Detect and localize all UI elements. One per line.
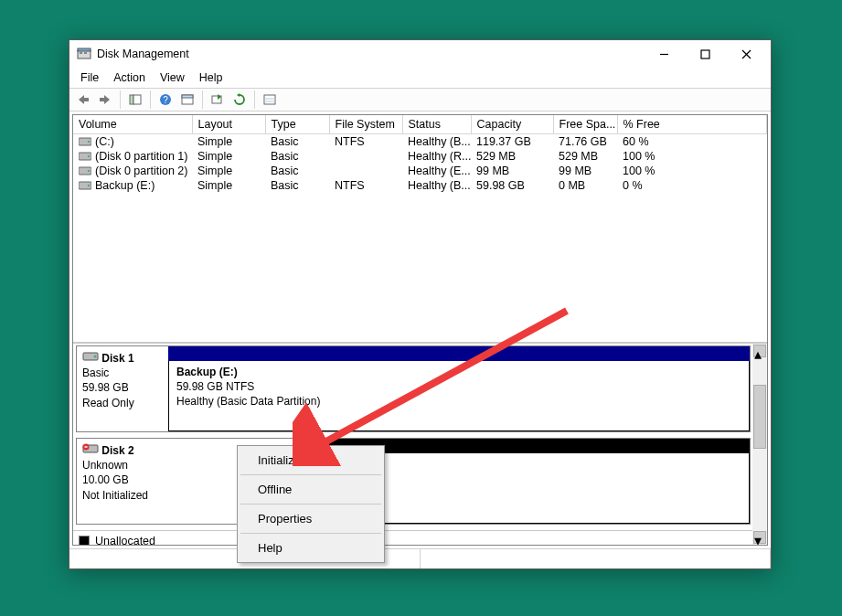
col-layout[interactable]: Layout — [192, 115, 265, 134]
svg-rect-3 — [84, 52, 87, 54]
menu-help[interactable]: Help — [192, 69, 230, 86]
table-row[interactable]: (Disk 0 partition 1)SimpleBasicHealthy (… — [73, 149, 767, 164]
table-row[interactable]: (Disk 0 partition 2)SimpleBasicHealthy (… — [73, 164, 767, 178]
vol-fs: NTFS — [329, 134, 402, 150]
volume-list-pane[interactable]: Volume Layout Type File System Status Ca… — [73, 115, 767, 344]
svg-rect-17 — [264, 95, 275, 104]
vol-name: (C:) — [95, 135, 114, 148]
drive-icon — [79, 152, 91, 162]
back-button[interactable] — [73, 90, 93, 110]
vol-fs: NTFS — [329, 178, 402, 193]
vol-pct: 100 % — [617, 164, 767, 178]
disk-icon — [82, 352, 99, 365]
drive-icon — [79, 166, 91, 176]
disk-1-partition-backup[interactable]: Backup (E:) 59.98 GB NTFS Healthy (Basic… — [168, 361, 750, 431]
show-hide-console-tree-button[interactable] — [125, 90, 145, 110]
col-filesystem[interactable]: File System — [329, 115, 402, 134]
vol-type: Basic — [265, 149, 329, 164]
table-row[interactable]: (C:)SimpleBasicNTFSHealthy (B...119.37 G… — [73, 134, 767, 150]
col-status[interactable]: Status — [402, 115, 471, 134]
vol-capacity: 59.98 GB — [471, 178, 553, 193]
window-controls — [644, 41, 767, 67]
vol-pct: 100 % — [617, 149, 767, 164]
vol-free: 529 MB — [553, 149, 617, 164]
disk-management-window: Disk Management File Action View Help ? — [69, 39, 772, 569]
vol-free: 99 MB — [553, 164, 617, 178]
vol-status: Healthy (E... — [402, 164, 471, 178]
vol-capacity: 529 MB — [471, 149, 553, 164]
vol-fs — [329, 164, 402, 178]
context-menu: Initialize Disk Offline Properties Help — [237, 445, 385, 563]
vol-status: Healthy (B... — [402, 178, 471, 193]
menubar: File Action View Help — [69, 68, 771, 88]
svg-rect-2 — [80, 52, 82, 54]
refresh-button[interactable] — [229, 90, 250, 110]
menu-view[interactable]: View — [153, 69, 192, 86]
partition-title: Backup (E:) — [176, 366, 238, 378]
col-type[interactable]: Type — [265, 115, 329, 134]
table-row[interactable]: Backup (E:)SimpleBasicNTFSHealthy (B...5… — [73, 178, 767, 193]
legend: Unallocated — [73, 530, 767, 545]
disk-2-type: Unknown — [82, 459, 128, 472]
col-pctfree[interactable]: % Free — [617, 115, 767, 134]
vol-capacity: 99 MB — [471, 164, 553, 178]
action-toolbar-button[interactable] — [208, 90, 228, 110]
svg-rect-1 — [78, 48, 91, 51]
minimize-button[interactable] — [644, 41, 685, 67]
svg-rect-8 — [84, 98, 89, 101]
disk-2-name: Disk 2 — [101, 444, 133, 457]
ctx-offline[interactable]: Offline — [240, 477, 382, 502]
volume-table: Volume Layout Type File System Status Ca… — [73, 115, 767, 193]
vol-layout: Simple — [192, 134, 265, 150]
svg-rect-10 — [130, 95, 133, 104]
titlebar[interactable]: Disk Management — [69, 40, 771, 68]
ctx-properties[interactable]: Properties — [240, 506, 382, 531]
close-button[interactable] — [726, 41, 767, 67]
svg-rect-15 — [182, 95, 193, 98]
disk-graphical-pane[interactable]: Disk 1 Basic 59.98 GB Read Only Backup (… — [73, 344, 767, 545]
vol-pct: 0 % — [617, 178, 767, 193]
scroll-down[interactable]: ▾ — [753, 531, 766, 544]
content-area: Volume Layout Type File System Status Ca… — [72, 114, 768, 546]
vol-layout: Simple — [192, 178, 265, 193]
vol-status: Healthy (R... — [402, 149, 471, 164]
menu-file[interactable]: File — [73, 69, 106, 86]
vertical-scrollbar[interactable]: ▴ ▾ — [752, 344, 767, 545]
svg-rect-11 — [133, 95, 141, 104]
col-capacity[interactable]: Capacity — [471, 115, 553, 134]
vol-pct: 60 % — [617, 134, 767, 150]
help-toolbar-button[interactable]: ? — [155, 90, 176, 110]
vol-capacity: 119.37 GB — [471, 134, 553, 150]
vol-free: 0 MB — [553, 178, 617, 193]
forward-button[interactable] — [95, 90, 115, 110]
disk-1-row[interactable]: Disk 1 Basic 59.98 GB Read Only Backup (… — [76, 345, 751, 432]
disk-2-row[interactable]: Disk 2 Unknown 10.00 GB Not Initialized — [76, 438, 751, 525]
vol-status: Healthy (B... — [402, 134, 471, 150]
vol-type: Basic — [265, 178, 329, 193]
maximize-button[interactable] — [685, 41, 726, 67]
list-view-button[interactable] — [260, 90, 280, 110]
svg-rect-9 — [100, 98, 104, 101]
drive-icon — [79, 181, 91, 191]
vol-layout: Simple — [192, 149, 265, 164]
drive-icon — [79, 137, 91, 147]
vol-name: (Disk 0 partition 2) — [95, 165, 187, 177]
svg-text:?: ? — [163, 95, 168, 105]
window-title: Disk Management — [97, 48, 644, 60]
settings-toolbar-button[interactable] — [177, 90, 197, 110]
disk-2-info[interactable]: Disk 2 Unknown 10.00 GB Not Initialized — [77, 439, 168, 524]
disk-2-state: Not Initialized — [82, 489, 148, 502]
ctx-initialize-disk[interactable]: Initialize Disk — [240, 448, 382, 473]
partition-header-primary — [168, 346, 750, 361]
scroll-thumb[interactable] — [753, 385, 766, 449]
ctx-help[interactable]: Help — [240, 536, 382, 560]
col-volume[interactable]: Volume — [73, 115, 192, 134]
toolbar: ? — [69, 88, 771, 112]
legend-unallocated-swatch — [79, 536, 90, 545]
menu-action[interactable]: Action — [106, 69, 153, 86]
scroll-up[interactable]: ▴ — [753, 345, 766, 357]
disk-1-info[interactable]: Disk 1 Basic 59.98 GB Read Only — [77, 346, 168, 431]
disk-1-size: 59.98 GB — [82, 381, 129, 394]
col-freespace[interactable]: Free Spa... — [553, 115, 617, 134]
svg-rect-5 — [701, 50, 709, 58]
